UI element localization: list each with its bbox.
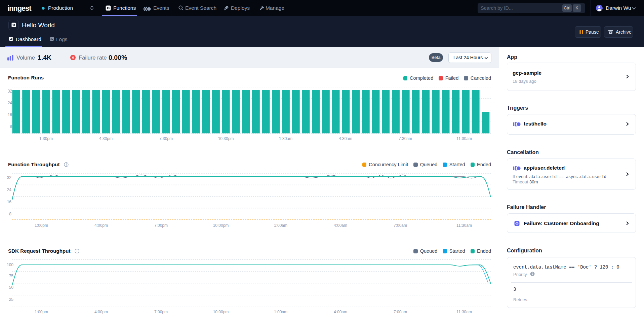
svg-text:4:30pm: 4:30pm: [99, 136, 113, 141]
svg-text:4:30am: 4:30am: [339, 136, 352, 141]
svg-text:1:00am: 1:00am: [274, 310, 287, 314]
svg-text:75: 75: [9, 274, 14, 278]
svg-text:11:30am: 11:30am: [456, 310, 472, 314]
svg-text:4:00am: 4:00am: [334, 223, 347, 228]
svg-text:24: 24: [8, 101, 12, 105]
svg-text:1:30pm: 1:30pm: [39, 136, 53, 141]
svg-text:32: 32: [8, 89, 12, 94]
svg-text:8: 8: [9, 212, 11, 216]
svg-text:1:30am: 1:30am: [279, 136, 292, 141]
svg-text:11:30am: 11:30am: [456, 223, 472, 228]
svg-text:7:00pm: 7:00pm: [154, 223, 168, 228]
svg-text:10:30pm: 10:30pm: [218, 136, 234, 141]
svg-text:25: 25: [9, 297, 14, 302]
svg-text:7:00pm: 7:00pm: [154, 310, 168, 314]
svg-text:32: 32: [7, 175, 12, 180]
svg-text:16: 16: [8, 112, 12, 117]
svg-text:4:00pm: 4:00pm: [94, 310, 108, 314]
svg-text:16: 16: [7, 200, 12, 204]
svg-text:50: 50: [9, 285, 14, 290]
svg-text:1:00pm: 1:00pm: [35, 310, 48, 314]
svg-text:11:30am: 11:30am: [456, 136, 472, 141]
svg-text:1:00am: 1:00am: [274, 223, 287, 228]
svg-text:1:00pm: 1:00pm: [35, 223, 48, 228]
svg-text:7:00am: 7:00am: [394, 223, 407, 228]
svg-text:4:00pm: 4:00pm: [94, 223, 108, 228]
svg-text:7:00am: 7:00am: [394, 310, 407, 314]
svg-text:7:30pm: 7:30pm: [159, 136, 173, 141]
svg-text:10:00pm: 10:00pm: [213, 223, 229, 228]
svg-text:24: 24: [7, 187, 12, 192]
svg-text:8: 8: [10, 124, 12, 129]
svg-text:10:00pm: 10:00pm: [213, 310, 229, 314]
svg-text:100: 100: [7, 262, 13, 267]
svg-text:7:30am: 7:30am: [399, 136, 412, 141]
svg-text:4:00am: 4:00am: [334, 310, 347, 314]
